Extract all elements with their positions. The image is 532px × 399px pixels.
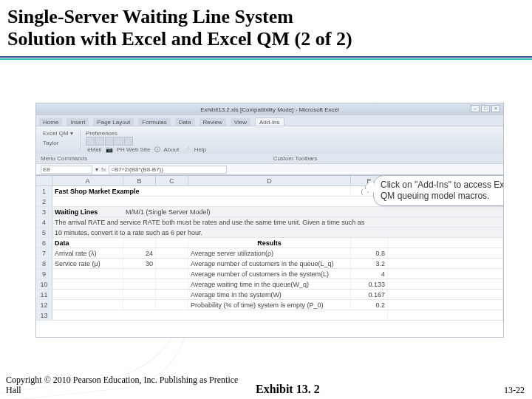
fx-icon[interactable]: fx bbox=[101, 166, 106, 173]
cell-b3[interactable]: M/M/1 (Single Server Model) bbox=[123, 207, 388, 216]
excel-screenshot: Exhibit13.2.xls [Compatibility Mode] - M… bbox=[35, 103, 504, 338]
col-D[interactable]: D bbox=[188, 176, 351, 185]
cell-a3[interactable]: Waiting Lines bbox=[52, 207, 123, 216]
tab-insert[interactable]: Insert bbox=[66, 118, 89, 126]
ribbon-small-icons bbox=[86, 137, 206, 146]
cell-e7[interactable]: 0.8 bbox=[351, 248, 388, 258]
slide-title-line1: Single-Server Waiting Line System bbox=[7, 6, 293, 27]
formula-field[interactable]: =B7^2/(B8*(B8-B7)) bbox=[109, 166, 227, 174]
table-row: 4 The arrival RATE and service RATE both… bbox=[36, 217, 503, 228]
cell-b8[interactable]: 30 bbox=[123, 259, 156, 268]
excel-window-title: Exhibit13.2.xls [Compatibility Mode] - M… bbox=[200, 106, 339, 113]
cell-d11[interactable]: Average time in the system(W) bbox=[188, 290, 351, 299]
table-row: 12 Probability (% of time) system is emp… bbox=[36, 300, 503, 310]
section-menu-commands: Menu Commands bbox=[41, 155, 87, 162]
cell-d12[interactable]: Probability (% of time) system is empty … bbox=[188, 300, 351, 310]
copyright: Copyright © 2010 Pearson Education, Inc.… bbox=[6, 375, 250, 396]
table-row: 2 bbox=[36, 197, 503, 207]
cell-note5[interactable]: 10 minutes, convert it to a rate such as… bbox=[52, 228, 388, 237]
excel-titlebar: Exhibit13.2.xls [Compatibility Mode] - M… bbox=[36, 103, 503, 115]
slide-title: Single-Server Waiting Line System Soluti… bbox=[7, 6, 525, 50]
cell-e11[interactable]: 0.167 bbox=[351, 290, 388, 299]
col-C[interactable]: C bbox=[156, 176, 188, 185]
ribbon-by: Taylor bbox=[41, 139, 61, 147]
tab-review[interactable]: Review bbox=[200, 118, 226, 126]
cell-d10[interactable]: Average waiting time in the queue(W_q) bbox=[188, 279, 351, 289]
tab-formulas[interactable]: Formulas bbox=[138, 118, 170, 126]
tab-home[interactable]: Home bbox=[39, 118, 62, 126]
cell-d6[interactable]: Results bbox=[188, 238, 351, 248]
title-rule bbox=[0, 56, 532, 60]
exhibit-label: Exhibit 13. 2 bbox=[256, 383, 320, 396]
maximize-icon[interactable]: □ bbox=[481, 105, 490, 112]
ribbon-body: Excel QM ▾ Taylor Preferences eMail 📷 PH… bbox=[36, 126, 503, 154]
namebox-dropdown-icon[interactable]: ▾ bbox=[95, 166, 98, 173]
table-row: 8 Service rate (μ) 30 Average number of … bbox=[36, 259, 503, 269]
ribbon-about[interactable]: About bbox=[163, 146, 179, 153]
ribbon-excel-qm[interactable]: Excel QM bbox=[43, 130, 69, 137]
slide-title-line2: Solution with Excel and Excel QM (2 of 2… bbox=[7, 28, 352, 50]
table-row: 3 Waiting Lines M/M/1 (Single Server Mod… bbox=[36, 207, 503, 217]
close-icon[interactable]: × bbox=[491, 105, 500, 112]
cell-d7[interactable]: Average server utilization(ρ) bbox=[188, 248, 351, 258]
tab-page-layout[interactable]: Page Layout bbox=[93, 118, 134, 126]
cell-d9[interactable]: Average number of customers in the syste… bbox=[188, 269, 351, 279]
table-rows: 1 Fast Shop Market Example 2 3 Waiting L… bbox=[36, 186, 503, 321]
ribbon-tabs: Home Insert Page Layout Formulas Data Re… bbox=[39, 115, 284, 126]
cell-d8[interactable]: Average number of customers in the queue… bbox=[188, 259, 351, 268]
worksheet: A B C D E 1 Fast Shop Market Example 2 3… bbox=[36, 175, 503, 337]
col-A[interactable]: A bbox=[52, 176, 123, 185]
table-row: 5 10 minutes, convert it to a rate such … bbox=[36, 228, 503, 238]
tab-data[interactable]: Data bbox=[175, 118, 195, 126]
ribbon-preferences[interactable]: Preferences bbox=[86, 130, 117, 137]
formula-bar: E8 ▾ fx =B7^2/(B8*(B8-B7)) bbox=[36, 164, 503, 175]
minimize-icon[interactable]: – bbox=[471, 105, 480, 112]
cell-e8[interactable]: 3.2 bbox=[351, 259, 388, 268]
table-row: 10 Average waiting time in the queue(W_q… bbox=[36, 279, 503, 290]
table-row: 9 Average number of customers in the sys… bbox=[36, 269, 503, 279]
tab-view[interactable]: View bbox=[231, 118, 250, 126]
table-row: 1 Fast Shop Market Example bbox=[36, 186, 503, 197]
cell-a6[interactable]: Data bbox=[52, 238, 123, 248]
table-row: 6 Data Results bbox=[36, 238, 503, 248]
name-box[interactable]: E8 bbox=[41, 166, 92, 174]
cell-a7[interactable]: Arrival rate (λ) bbox=[52, 248, 123, 258]
page-number: 13-22 bbox=[504, 385, 525, 396]
table-row: 7 Arrival rate (λ) 24 Average server uti… bbox=[36, 248, 503, 259]
cell-note4[interactable]: The arrival RATE and service RATE both m… bbox=[52, 217, 388, 227]
table-row: 13 bbox=[36, 310, 503, 321]
col-B[interactable]: B bbox=[123, 176, 156, 185]
cell-a1[interactable]: Fast Shop Market Example bbox=[52, 186, 351, 196]
tab-addins[interactable]: Add-Ins bbox=[255, 117, 284, 126]
ribbon-phweb[interactable]: PH Web Site bbox=[117, 146, 151, 153]
cell-a8[interactable]: Service rate (μ) bbox=[52, 259, 123, 268]
section-custom-toolbars: Custom Toolbars bbox=[273, 155, 318, 162]
ribbon-email[interactable]: eMail bbox=[87, 146, 101, 153]
cell-b7[interactable]: 24 bbox=[123, 248, 156, 258]
table-row: 11 Average time in the system(W) 0.167 bbox=[36, 290, 503, 300]
cell-e10[interactable]: 0.133 bbox=[351, 279, 388, 289]
ribbon-help[interactable]: Help bbox=[194, 146, 206, 153]
cell-e12[interactable]: 0.2 bbox=[351, 300, 388, 310]
cell-e9[interactable]: 4 bbox=[351, 269, 388, 279]
col-E[interactable]: E bbox=[351, 176, 388, 185]
